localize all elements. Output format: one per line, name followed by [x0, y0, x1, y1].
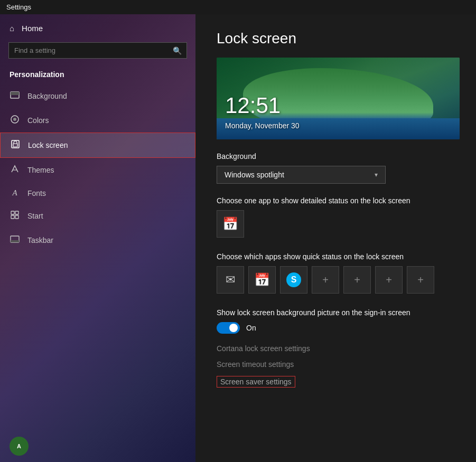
- sidebar-item-fonts-label: Fonts: [27, 189, 46, 197]
- home-icon: ⌂: [10, 24, 14, 33]
- title-bar-label: Settings: [6, 3, 31, 11]
- sidebar-item-colors[interactable]: Colors: [0, 108, 195, 133]
- detailed-status-label: Choose one app to show detailed status o…: [217, 196, 455, 205]
- background-label: Background: [217, 152, 455, 161]
- search-input[interactable]: [8, 42, 187, 59]
- plus4-icon: +: [417, 274, 424, 286]
- appuals-logo: A: [10, 437, 29, 456]
- sidebar-item-lock-screen[interactable]: Lock screen: [0, 133, 195, 158]
- quick-app-plus4-btn[interactable]: +: [407, 266, 434, 294]
- sign-in-toggle[interactable]: [217, 322, 240, 334]
- plus1-icon: +: [322, 274, 329, 286]
- sidebar-item-colors-label: Colors: [27, 116, 49, 125]
- svg-rect-12: [11, 240, 19, 242]
- search-icon: 🔍: [173, 46, 182, 55]
- svg-rect-9: [11, 215, 14, 219]
- sidebar-item-start-label: Start: [27, 212, 43, 220]
- svg-point-3: [13, 118, 16, 121]
- svg-text:A: A: [17, 443, 21, 449]
- sidebar-item-home[interactable]: ⌂ Home: [0, 14, 195, 38]
- start-icon: [10, 210, 20, 222]
- svg-rect-1: [11, 92, 19, 95]
- lock-screen-preview: 12:51 Monday, November 30: [217, 58, 460, 139]
- sidebar-item-fonts[interactable]: A Fonts: [0, 182, 195, 204]
- mail-icon: ✉: [226, 273, 235, 287]
- sign-in-label: Show lock screen background picture on t…: [217, 308, 455, 317]
- themes-icon: [10, 164, 20, 176]
- lock-date: Monday, November 30: [225, 121, 300, 130]
- plus2-icon: +: [354, 274, 360, 286]
- fonts-icon: A: [10, 188, 20, 197]
- detailed-status-icons: 📅: [217, 210, 455, 238]
- background-dropdown-value: Windows spotlight: [225, 171, 284, 179]
- cortana-link[interactable]: Cortana lock screen settings: [217, 344, 455, 353]
- quick-status-icons: ✉ 📅 S + + + +: [217, 266, 455, 294]
- sidebar-item-background[interactable]: Background: [0, 84, 195, 108]
- sidebar-item-taskbar-label: Taskbar: [27, 236, 53, 244]
- lock-screen-icon: [10, 139, 21, 151]
- sidebar-item-lock-screen-label: Lock screen: [28, 141, 68, 149]
- taskbar-icon: [10, 234, 20, 246]
- screen-saver-link[interactable]: Screen saver settings: [217, 376, 295, 388]
- toggle-state-label: On: [246, 324, 256, 332]
- sign-in-toggle-row: On: [217, 322, 455, 334]
- svg-rect-7: [11, 211, 14, 214]
- sidebar-item-start[interactable]: Start: [0, 204, 195, 228]
- skype-icon: S: [286, 272, 301, 287]
- quick-status-label: Choose which apps show quick status on t…: [217, 252, 455, 261]
- sidebar-item-themes-label: Themes: [27, 166, 54, 174]
- screen-timeout-link[interactable]: Screen timeout settings: [217, 360, 455, 369]
- sidebar-section-label: Personalization: [0, 67, 195, 84]
- quick-app-calendar-btn[interactable]: 📅: [248, 266, 276, 294]
- quick-app-plus3-btn[interactable]: +: [375, 266, 403, 294]
- sidebar-home-label: Home: [22, 24, 43, 33]
- chevron-down-icon: ▾: [375, 171, 378, 178]
- background-dropdown[interactable]: Windows spotlight ▾: [217, 166, 386, 184]
- page-title: Lock screen: [217, 30, 455, 47]
- quick-app-plus2-btn[interactable]: +: [343, 266, 371, 294]
- sidebar-item-taskbar[interactable]: Taskbar: [0, 228, 195, 252]
- quick-app-skype-btn[interactable]: S: [280, 266, 307, 294]
- main-content: Lock screen 12:51 Monday, November 30 Ba…: [195, 14, 476, 462]
- svg-rect-5: [13, 144, 17, 147]
- sidebar: ⌂ Home 🔍 Personalization Background: [0, 14, 195, 462]
- quick-app-mail-btn[interactable]: ✉: [217, 266, 244, 294]
- svg-rect-8: [15, 211, 18, 214]
- calendar-icon: 📅: [222, 216, 238, 231]
- detailed-app-calendar-btn[interactable]: 📅: [217, 210, 244, 238]
- plus3-icon: +: [386, 274, 392, 286]
- colors-icon: [10, 115, 20, 126]
- sidebar-item-themes[interactable]: Themes: [0, 158, 195, 182]
- sidebar-search-container: 🔍: [8, 42, 187, 59]
- title-bar: Settings: [0, 0, 476, 14]
- lock-time: 12:51: [225, 93, 281, 118]
- quick-app-plus1-btn[interactable]: +: [312, 266, 339, 294]
- sidebar-footer: A: [0, 430, 195, 462]
- toggle-knob: [229, 324, 238, 332]
- background-icon: [10, 90, 20, 102]
- svg-rect-10: [15, 215, 18, 219]
- sidebar-item-background-label: Background: [27, 92, 67, 100]
- app-body: ⌂ Home 🔍 Personalization Background: [0, 14, 476, 462]
- calendar2-icon: 📅: [254, 272, 270, 287]
